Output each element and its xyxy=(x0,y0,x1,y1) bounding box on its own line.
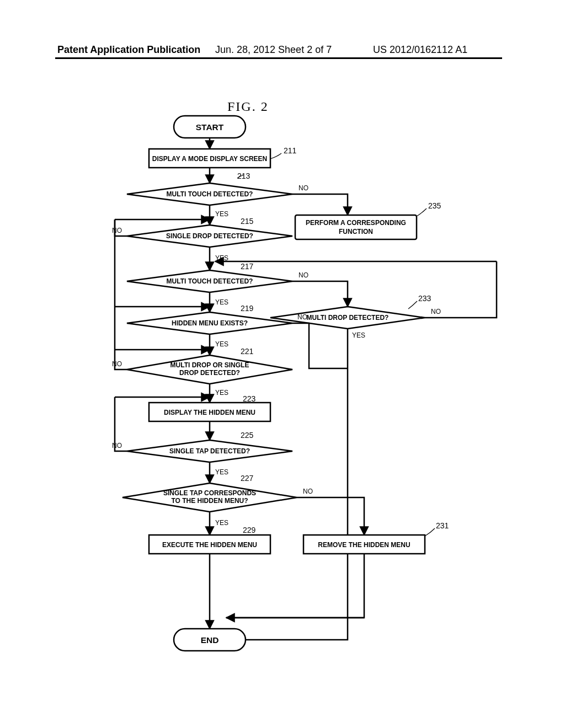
flowchart: START DISPLAY A MODE DISPLAY SCREEN 211 … xyxy=(77,110,508,695)
ref-223: 223 xyxy=(243,394,256,403)
ref-211: 211 xyxy=(284,146,297,155)
label-no-227: NO xyxy=(303,488,313,495)
node-227-label-a: SINGLE TAP CORRESPONDS xyxy=(163,489,256,497)
label-no-221: NO xyxy=(112,360,122,368)
ref-225: 225 xyxy=(241,431,254,440)
label-yes-217: YES xyxy=(215,298,228,306)
node-235-label-a: PERFORM A CORRESPONDING xyxy=(306,219,406,227)
node-221-label-a: MULTI DROP OR SINGLE xyxy=(170,361,249,369)
header-left: Patent Application Publication xyxy=(57,44,200,56)
node-227-label-b: TO THE HIDDEN MENU? xyxy=(171,497,248,505)
label-no-217: NO xyxy=(299,271,308,279)
ref-217: 217 xyxy=(241,262,254,271)
node-229-label: EXECUTE THE HIDDEN MENU xyxy=(162,541,257,549)
ref-231: 231 xyxy=(436,521,449,530)
header-rule xyxy=(55,57,502,59)
node-221-label-b: DROP DETECTED? xyxy=(179,369,240,377)
node-223-label: DISPLAY THE HIDDEN MENU xyxy=(164,409,255,416)
label-no-215: NO xyxy=(112,227,122,234)
label-yes-219: YES xyxy=(215,340,228,348)
header-mid: Jun. 28, 2012 Sheet 2 of 7 xyxy=(215,44,332,56)
label-no-233: NO xyxy=(431,308,441,315)
node-217-label: MULTI TOUCH DETECTED? xyxy=(167,277,253,285)
ref-227: 227 xyxy=(241,474,254,483)
node-235-label-b: FUNCTION xyxy=(339,228,373,235)
node-215-label: SINGLE DROP DETECTED? xyxy=(166,232,253,240)
label-yes-227: YES xyxy=(215,519,228,527)
ref-229: 229 xyxy=(243,526,256,534)
node-213-label: MULTI TOUCH DETECTED? xyxy=(167,190,253,198)
node-233-label: MULTI DROP DETECTED? xyxy=(307,314,389,322)
label-yes-233: YES xyxy=(352,331,365,339)
label-yes-221: YES xyxy=(215,389,228,397)
header-right: US 2012/0162112 A1 xyxy=(373,44,467,56)
label-no-219: NO xyxy=(297,313,307,321)
ref-215: 215 xyxy=(241,217,254,226)
label-no-213: NO xyxy=(299,184,308,192)
ref-213: 213 xyxy=(237,172,250,180)
label-no-225: NO xyxy=(112,442,122,449)
ref-221: 221 xyxy=(241,347,254,356)
label-yes-225: YES xyxy=(215,468,228,476)
end-label: END xyxy=(201,635,219,645)
node-225-label: SINGLE TAP DETECTED? xyxy=(169,447,250,455)
node-231-label: REMOVE THE HIDDEN MENU xyxy=(318,541,410,549)
ref-235: 235 xyxy=(428,201,441,210)
label-yes-213: YES xyxy=(215,210,228,218)
start-label: START xyxy=(196,122,224,132)
node-219-label: HIDDEN MENU EXISTS? xyxy=(172,319,248,327)
ref-219: 219 xyxy=(241,304,254,313)
ref-233: 233 xyxy=(418,294,431,303)
node-211-label: DISPLAY A MODE DISPLAY SCREEN xyxy=(152,155,268,163)
